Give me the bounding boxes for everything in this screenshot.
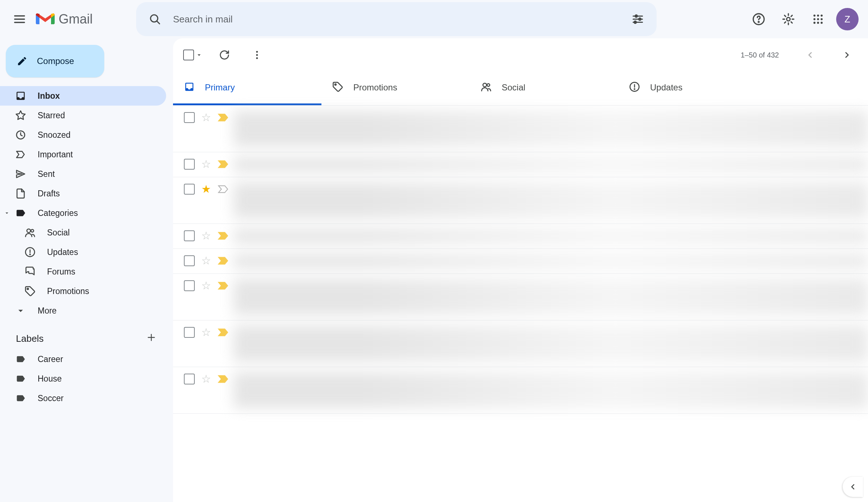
main-menu-button[interactable] xyxy=(7,6,33,32)
label-item[interactable]: Soccer xyxy=(0,388,166,408)
important-marker[interactable] xyxy=(218,113,229,122)
promotions-icon xyxy=(24,285,36,297)
row-checkbox[interactable] xyxy=(184,230,195,241)
updates-icon xyxy=(24,246,36,258)
important-marker[interactable] xyxy=(218,328,229,337)
mail-row[interactable]: ☆ xyxy=(173,249,868,274)
nav-snoozed[interactable]: Snoozed xyxy=(0,125,166,145)
nav-sub-promotions[interactable]: Promotions xyxy=(0,281,166,301)
nav-sub-social[interactable]: Social xyxy=(0,223,166,242)
chevron-down-icon xyxy=(4,209,12,217)
important-marker[interactable] xyxy=(218,281,229,290)
refresh-button[interactable] xyxy=(214,44,235,66)
nav-label: More xyxy=(38,306,56,316)
mail-content-blurred xyxy=(233,326,868,362)
nav-more[interactable]: More xyxy=(0,301,166,320)
more-actions-button[interactable] xyxy=(246,44,268,66)
star-toggle[interactable]: ☆ xyxy=(201,112,211,123)
labels-header: Labels xyxy=(0,320,173,349)
next-page-button[interactable] xyxy=(836,44,858,66)
star-toggle[interactable]: ☆ xyxy=(201,374,211,384)
star-toggle[interactable]: ☆ xyxy=(201,159,211,170)
row-checkbox[interactable] xyxy=(184,280,195,291)
important-marker[interactable] xyxy=(218,185,229,193)
select-all[interactable] xyxy=(183,50,203,60)
mail-row[interactable]: ☆ xyxy=(173,106,868,152)
mail-row[interactable]: ★ xyxy=(173,177,868,224)
settings-button[interactable] xyxy=(777,8,800,31)
svg-point-33 xyxy=(256,54,258,56)
nav-inbox[interactable]: Inbox xyxy=(0,86,166,106)
row-controls: ★ xyxy=(184,182,229,195)
page-info: 1–50 of 432 xyxy=(741,51,779,59)
chevron-left-icon xyxy=(805,50,815,60)
inbox-icon xyxy=(14,90,27,102)
label-item[interactable]: House xyxy=(0,369,166,388)
important-marker[interactable] xyxy=(218,375,229,383)
nav-drafts[interactable]: Drafts xyxy=(0,184,166,203)
svg-point-35 xyxy=(335,84,336,85)
svg-point-21 xyxy=(817,22,819,24)
row-controls: ☆ xyxy=(184,111,229,123)
support-button[interactable] xyxy=(747,8,770,31)
mail-row[interactable]: ☆ xyxy=(173,224,868,249)
important-marker[interactable] xyxy=(218,256,229,265)
tab-promotions[interactable]: Promotions xyxy=(321,72,470,105)
important-marker[interactable] xyxy=(218,231,229,240)
caret-down-icon[interactable] xyxy=(195,51,203,59)
svg-point-34 xyxy=(256,57,258,59)
compose-label: Compose xyxy=(37,56,74,66)
nav-sub-updates[interactable]: Updates xyxy=(0,242,166,262)
nav-label: Updates xyxy=(47,247,78,257)
nav-sent[interactable]: Sent xyxy=(0,164,166,184)
mail-content-blurred xyxy=(233,182,868,218)
row-checkbox[interactable] xyxy=(184,184,195,195)
tab-social[interactable]: Social xyxy=(470,72,618,105)
star-toggle[interactable]: ☆ xyxy=(201,327,211,338)
star-toggle[interactable]: ★ xyxy=(201,184,211,195)
select-all-checkbox[interactable] xyxy=(183,50,194,60)
star-toggle[interactable]: ☆ xyxy=(201,255,211,266)
apps-grid-icon xyxy=(812,13,824,25)
label-item[interactable]: Career xyxy=(0,349,166,369)
more-vert-icon xyxy=(252,50,262,60)
row-checkbox[interactable] xyxy=(184,112,195,123)
row-checkbox[interactable] xyxy=(184,159,195,170)
row-checkbox[interactable] xyxy=(184,327,195,338)
mail-list: ☆☆★☆☆☆☆☆ xyxy=(173,106,868,502)
gmail-logo[interactable]: Gmail xyxy=(35,12,93,27)
important-marker[interactable] xyxy=(218,160,229,169)
row-checkbox[interactable] xyxy=(184,374,195,384)
side-panel-toggle[interactable] xyxy=(843,477,863,497)
nav-important[interactable]: Important xyxy=(0,145,166,164)
nav-starred[interactable]: Starred xyxy=(0,106,166,125)
nav-label: Categories xyxy=(38,208,78,218)
nav-sub-forums[interactable]: Forums xyxy=(0,262,166,281)
svg-point-32 xyxy=(256,51,258,53)
search-input[interactable] xyxy=(173,14,620,25)
star-toggle[interactable]: ☆ xyxy=(201,230,211,241)
gmail-icon xyxy=(35,12,55,26)
search-icon[interactable] xyxy=(143,8,167,31)
add-label-button[interactable] xyxy=(144,331,159,346)
mail-row[interactable]: ☆ xyxy=(173,367,868,414)
row-checkbox[interactable] xyxy=(184,255,195,266)
star-toggle[interactable]: ☆ xyxy=(201,280,211,291)
mail-row[interactable]: ☆ xyxy=(173,274,868,320)
plus-icon xyxy=(147,333,156,342)
tab-updates[interactable]: Updates xyxy=(618,72,767,105)
chevron-right-icon xyxy=(842,50,852,60)
mail-row[interactable]: ☆ xyxy=(173,320,868,367)
mail-row[interactable]: ☆ xyxy=(173,152,868,177)
account-avatar[interactable]: Z xyxy=(836,8,859,30)
search-options-icon[interactable] xyxy=(626,8,649,31)
mail-content-blurred xyxy=(233,372,868,408)
prev-page-button[interactable] xyxy=(799,44,821,66)
nav-categories[interactable]: Categories xyxy=(0,203,166,223)
apps-button[interactable] xyxy=(806,8,830,31)
toolbar: 1–50 of 432 xyxy=(173,38,868,72)
help-icon xyxy=(752,13,765,26)
tab-primary[interactable]: Primary xyxy=(173,72,321,105)
row-controls: ☆ xyxy=(184,372,229,384)
compose-button[interactable]: Compose xyxy=(6,45,104,77)
